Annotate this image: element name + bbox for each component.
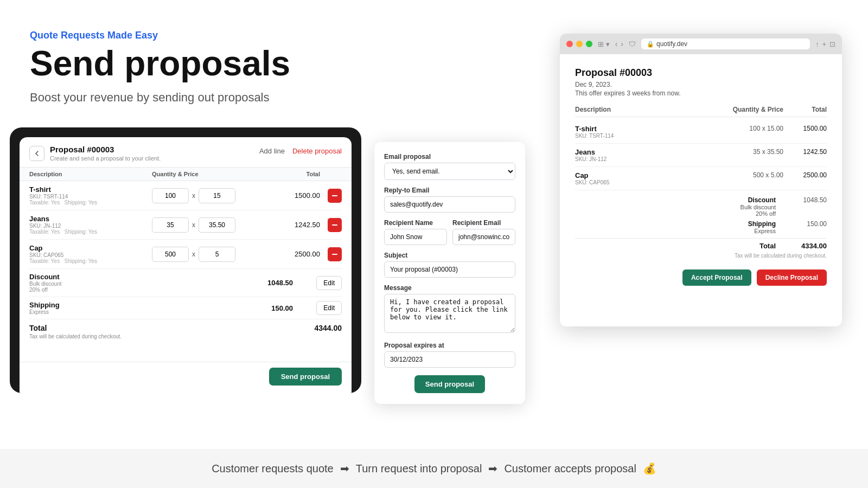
list-item: Jeans SKU: JN-112 35 x 35.50 1242.50 [575, 144, 827, 167]
forward-nav[interactable]: › [621, 40, 623, 48]
email-modal: Email proposal Yes, send email. Reply-to… [374, 142, 525, 404]
preview-total-label: Total [760, 242, 776, 250]
modal-send-button[interactable]: Send proposal [414, 375, 485, 393]
preview-discount-row: Discount Bulk discount 20% off 1048.50 [575, 195, 827, 219]
preview-expire: This offer expires 3 weeks from now. [575, 89, 827, 97]
maximize-dot[interactable] [586, 41, 592, 47]
expires-label: Proposal expires at [384, 342, 515, 349]
browser-content: Proposal #00003 Dec 9, 2023. This offer … [560, 54, 842, 326]
bottom-bar: Customer requests quote ➡ Turn request i… [0, 449, 868, 488]
hero-section: Quote Requests Made Easy Send proposals … [30, 30, 317, 105]
preview-total-amount: 4334.00 [789, 242, 827, 250]
send-proposal-button[interactable]: Send proposal [269, 368, 342, 386]
reply-to-input[interactable] [384, 196, 515, 213]
recipient-name-label: Recipient Name [384, 219, 447, 227]
price-input-0[interactable] [199, 188, 235, 203]
discount-edit-button[interactable]: Edit [316, 276, 342, 290]
proposal-title: Proposal #00003 [50, 145, 161, 154]
close-dot[interactable] [566, 41, 573, 47]
shipping-sub: Express [29, 309, 244, 315]
message-label: Message [384, 284, 515, 292]
arrow1: ➡ [340, 462, 349, 475]
list-item: T-shirt SKU: TSRT-114 100 x 15.00 1500.0… [575, 120, 827, 144]
preview-table-header: Description Quantity & Price Total [575, 106, 827, 117]
table-header: Description Quantity & Price Total [20, 168, 352, 181]
arrow2: ➡ [488, 462, 497, 475]
shipping-label: Shipping [29, 301, 244, 309]
table-row: Jeans SKU: JN-112 Taxable: Yes Shipping:… [29, 210, 342, 240]
table-row: Cap SKU: CAP065 Taxable: Yes Shipping: Y… [29, 240, 342, 269]
share-icon[interactable]: ↑ [815, 40, 819, 48]
browser-url-bar[interactable]: 🔒 quotify.dev [641, 38, 810, 49]
preview-title: Proposal #00003 [575, 67, 827, 79]
subject-label: Subject [384, 252, 515, 259]
reply-to-label: Reply-to Email [384, 187, 515, 194]
browser-view-toggle[interactable]: ⊞ ▾ [598, 40, 610, 48]
qty-input-0[interactable] [152, 188, 189, 203]
preview-discount-label: Discount [741, 196, 776, 204]
step2-text: Turn request into proposal [356, 463, 482, 475]
discount-sub2: 20% off [29, 287, 244, 293]
preview-discount-amount: 1048.50 [789, 196, 827, 217]
qty-input-1[interactable] [152, 217, 189, 233]
table-row: T-shirt SKU: TSRT-114 Taxable: Yes Shipp… [29, 181, 342, 210]
subject-input[interactable] [384, 261, 515, 278]
recipient-name-input[interactable] [384, 229, 447, 245]
proposal-footer: Send proposal [20, 362, 352, 393]
shield-icon: 🛡 [629, 40, 636, 48]
discount-row: Discount Bulk discount 20% off 1048.50 E… [29, 269, 342, 297]
expires-input[interactable] [384, 351, 515, 368]
browser-bar: ⊞ ▾ ‹ › 🛡 🔒 quotify.dev ↑ + ⊡ [560, 34, 842, 54]
preview-discount-sub2: 20% off [741, 210, 776, 217]
email-proposal-select[interactable]: Yes, send email. [384, 163, 515, 180]
discount-amount: 1048.50 [244, 279, 293, 287]
delete-proposal-button[interactable]: Delete proposal [292, 147, 342, 155]
email-proposal-label: Email proposal [384, 153, 515, 160]
back-nav[interactable]: ‹ [615, 40, 618, 48]
back-button[interactable] [29, 146, 44, 161]
preview-shipping-sub: Express [748, 228, 776, 234]
preview-shipping-label: Shipping [748, 220, 776, 228]
preview-col-qty: Quantity & Price [697, 106, 783, 113]
total-row: Total 4344.00 [29, 319, 342, 333]
preview-tax-note: Tax will be calculated during checkout. [575, 253, 827, 259]
discount-sub: Bulk discount [29, 281, 244, 287]
recipient-email-input[interactable] [452, 229, 515, 245]
price-input-1[interactable] [199, 217, 235, 233]
delete-line-1-button[interactable] [328, 218, 342, 232]
add-line-button[interactable]: Add line [259, 147, 285, 155]
shipping-edit-button[interactable]: Edit [316, 301, 342, 315]
shipping-row: Shipping Express 150.00 Edit [29, 297, 342, 319]
svg-rect-1 [332, 224, 337, 226]
delete-line-0-button[interactable] [328, 189, 342, 203]
preview-date: Dec 9, 2023. [575, 81, 827, 88]
proposal-panel: Proposal #00003 Create and send a propos… [10, 127, 361, 393]
message-textarea[interactable] [384, 294, 515, 333]
proposal-header: Proposal #00003 Create and send a propos… [20, 137, 352, 168]
shipping-amount: 150.00 [244, 304, 293, 312]
proposal-subtitle: Create and send a proposal to your clien… [50, 155, 161, 162]
preview-col-total: Total [783, 106, 827, 113]
hero-tagline: Quote Requests Made Easy [30, 30, 317, 41]
browser-window: ⊞ ▾ ‹ › 🛡 🔒 quotify.dev ↑ + ⊡ Proposal #… [560, 34, 842, 326]
col-description: Description [29, 171, 152, 177]
minimize-dot[interactable] [576, 41, 583, 47]
list-item: Cap SKU: CAP065 500 x 5.00 2500.00 [575, 167, 827, 190]
url-text: quotify.dev [656, 40, 687, 48]
hero-title: Send proposals [30, 46, 317, 82]
price-input-2[interactable] [199, 247, 235, 262]
accept-proposal-button[interactable]: Accept Proposal [682, 269, 751, 286]
delete-line-2-button[interactable] [328, 247, 342, 261]
recipient-email-label: Recipient Email [452, 219, 515, 227]
browser-nav: ‹ › [615, 40, 623, 48]
sidebar-icon[interactable]: ⊡ [829, 40, 835, 48]
preview-cta: Accept Proposal Decline Proposal [575, 269, 827, 286]
total-amount: 4344.00 [314, 324, 342, 332]
decline-proposal-button[interactable]: Decline Proposal [757, 269, 827, 286]
svg-rect-2 [332, 254, 337, 255]
browser-actions: ↑ + ⊡ [815, 40, 835, 48]
new-tab-icon[interactable]: + [822, 40, 826, 48]
qty-input-2[interactable] [152, 247, 189, 262]
tax-note: Tax will be calculated during checkout. [29, 333, 342, 342]
preview-discount-sub: Bulk discount [741, 204, 776, 210]
